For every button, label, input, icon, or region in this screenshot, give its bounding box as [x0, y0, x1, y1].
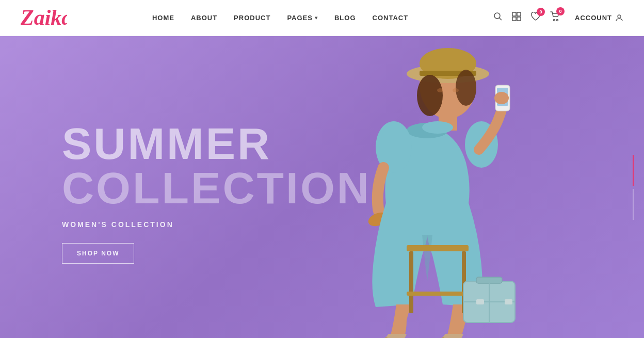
svg-rect-29	[407, 245, 469, 251]
main-nav: HOME ABOUT PRODUCT PAGES ▾ BLOG CONTACT	[152, 14, 408, 22]
svg-rect-30	[409, 251, 413, 313]
nav-pages[interactable]: PAGES ▾	[287, 14, 318, 22]
svg-rect-32	[407, 292, 469, 296]
svg-point-9	[618, 15, 621, 18]
svg-rect-3	[512, 12, 516, 16]
slider-line-inactive	[633, 189, 634, 220]
hero-subtitle: WOMEN'S COLLECTION	[62, 220, 371, 229]
nav-about[interactable]: ABOUT	[191, 14, 217, 22]
svg-line-2	[500, 18, 502, 21]
search-icon[interactable]	[493, 12, 503, 24]
hero-title-summer: SUMMER	[62, 121, 371, 166]
nav-product[interactable]: PRODUCT	[234, 14, 270, 22]
account-button[interactable]: ACCOUNT	[575, 14, 623, 22]
svg-rect-37	[476, 299, 484, 304]
shop-now-button[interactable]: SHOP NOW	[62, 243, 134, 264]
header: Zaika HOME ABOUT PRODUCT PAGES ▾ BLOG CO…	[0, 0, 644, 36]
slider-line-active	[633, 155, 634, 186]
account-label: ACCOUNT	[575, 14, 612, 22]
svg-point-8	[557, 20, 558, 21]
svg-rect-4	[517, 12, 521, 16]
header-actions: 0 0 ACCOUNT	[493, 11, 623, 24]
nav-home[interactable]: HOME	[152, 14, 174, 22]
cart-icon[interactable]: 0	[550, 11, 560, 24]
nav-contact[interactable]: CONTACT	[373, 14, 409, 22]
svg-point-16	[456, 70, 476, 106]
svg-rect-6	[517, 17, 521, 21]
slider-indicator	[633, 155, 634, 220]
svg-rect-5	[512, 17, 516, 21]
hero-section: SUMMER COLLECTION WOMEN'S COLLECTION SHO…	[0, 36, 644, 338]
svg-point-18	[453, 88, 459, 92]
svg-text:Zaika: Zaika	[21, 6, 67, 29]
svg-point-15	[417, 75, 443, 116]
nav-blog[interactable]: BLOG	[334, 14, 356, 22]
hero-content: SUMMER COLLECTION WOMEN'S COLLECTION SHO…	[0, 111, 371, 264]
wishlist-badge: 0	[537, 8, 545, 16]
svg-point-17	[437, 88, 443, 92]
svg-point-7	[554, 20, 555, 21]
compare-icon[interactable]	[512, 12, 521, 24]
svg-rect-38	[505, 299, 512, 304]
wishlist-icon[interactable]: 0	[530, 12, 541, 24]
svg-point-25	[494, 92, 509, 104]
logo[interactable]: Zaika	[21, 3, 67, 33]
chevron-down-icon: ▾	[315, 15, 318, 21]
cart-badge: 0	[556, 7, 565, 15]
svg-point-1	[494, 13, 500, 19]
hero-title-collection: COLLECTION	[62, 166, 371, 210]
svg-point-20	[422, 121, 453, 134]
